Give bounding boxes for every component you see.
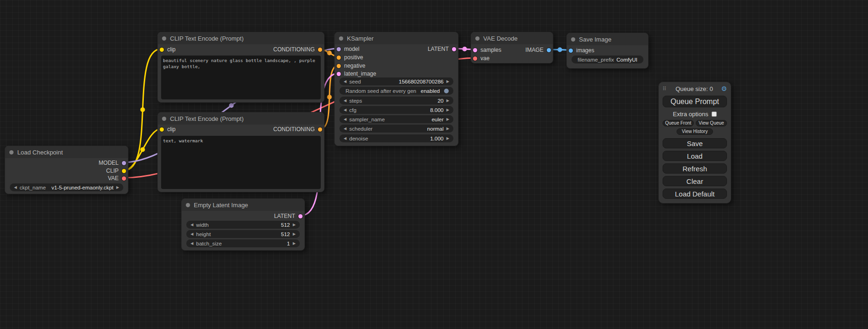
node-title-bar[interactable]: Empty Latent Image (182, 199, 304, 211)
node-title-bar[interactable]: CLIP Text Encode (Prompt) (158, 112, 324, 125)
decrement-arrow-icon[interactable]: ◀ (342, 106, 348, 114)
node-ksampler[interactable]: KSampler model positive negative latent_… (334, 32, 459, 146)
positive-input-dot-icon[interactable] (337, 56, 341, 60)
load-default-button[interactable]: Load Default (663, 189, 727, 199)
input-slot-latent-image[interactable]: latent_image (337, 70, 376, 77)
input-slot-samples[interactable]: samples (473, 47, 501, 53)
increment-arrow-icon[interactable]: ▶ (291, 221, 297, 229)
decrement-arrow-icon[interactable]: ◀ (342, 97, 348, 105)
random-seed-toggle[interactable]: Random seed after every gen enabled (339, 87, 453, 95)
input-slot-model[interactable]: model (337, 46, 360, 52)
input-slot-positive[interactable]: positive (337, 54, 363, 61)
positive-prompt-textarea[interactable]: beautiful scenery nature glass bottle la… (161, 56, 321, 99)
samples-input-dot-icon[interactable] (473, 48, 477, 52)
steps-stepper[interactable]: ◀ steps 20 ▶ (339, 97, 453, 105)
output-slot-conditioning[interactable]: CONDITIONING (273, 126, 322, 133)
extra-options-checkbox[interactable] (712, 112, 717, 117)
node-vae-decode[interactable]: VAE Decode samples vae IMAGE (471, 32, 553, 63)
ckpt-name-combo[interactable]: ◀ ckpt_name v1-5-pruned-emaonly.ckpt ▶ (10, 183, 123, 191)
vae-output-dot-icon[interactable] (122, 176, 126, 181)
height-stepper[interactable]: ◀ height 512 ▶ (186, 230, 300, 238)
batch-size-stepper[interactable]: ◀ batch_size 1 ▶ (186, 239, 300, 247)
increment-arrow-icon[interactable]: ▶ (445, 77, 451, 85)
increment-arrow-icon[interactable]: ▶ (115, 183, 120, 191)
denoise-stepper[interactable]: ◀ denoise 1.000 ▶ (339, 134, 453, 142)
node-title-bar[interactable]: Load Checkpoint (5, 146, 128, 158)
view-queue-button[interactable]: View Queue (696, 120, 727, 126)
output-slot-latent[interactable]: LATENT (428, 46, 456, 52)
settings-gear-icon[interactable]: ⚙ (721, 85, 727, 92)
node-load-checkpoint[interactable]: Load Checkpoint MODEL CLIP VAE ◀ ckpt_na… (5, 146, 128, 194)
output-slot-vae[interactable]: VAE (108, 175, 126, 182)
node-clip-text-encode-positive[interactable]: CLIP Text Encode (Prompt) clip CONDITION… (157, 32, 325, 103)
output-slot-clip[interactable]: CLIP (106, 168, 126, 174)
input-slot-vae[interactable]: vae (473, 55, 489, 62)
toggle-on-indicator-icon[interactable] (444, 89, 449, 93)
latent-output-dot-icon[interactable] (452, 47, 456, 51)
negative-input-dot-icon[interactable] (337, 64, 341, 68)
images-input-dot-icon[interactable] (569, 49, 573, 53)
input-slot-clip[interactable]: clip (160, 46, 176, 53)
increment-arrow-icon[interactable]: ▶ (445, 134, 451, 142)
width-stepper[interactable]: ◀ width 512 ▶ (186, 221, 300, 229)
load-button[interactable]: Load (663, 151, 727, 161)
clip-output-dot-icon[interactable] (122, 169, 126, 173)
input-slot-clip[interactable]: clip (160, 126, 176, 133)
decrement-arrow-icon[interactable]: ◀ (342, 115, 348, 123)
node-title-bar[interactable]: KSampler (335, 32, 458, 44)
increment-arrow-icon[interactable]: ▶ (445, 106, 451, 114)
node-clip-text-encode-negative[interactable]: CLIP Text Encode (Prompt) clip CONDITION… (157, 112, 325, 192)
queue-prompt-button[interactable]: Queue Prompt (663, 96, 727, 107)
model-output-dot-icon[interactable] (122, 161, 126, 165)
collapse-icon[interactable] (186, 203, 190, 207)
filename-prefix-field[interactable]: filename_prefix ComfyUI (572, 56, 643, 63)
sampler-name-combo[interactable]: ◀ sampler_name euler ▶ (339, 115, 453, 123)
increment-arrow-icon[interactable]: ▶ (291, 230, 297, 238)
queue-panel[interactable]: ⠿ Queue size: 0 ⚙ Queue Prompt Extra opt… (658, 82, 731, 203)
collapse-icon[interactable] (571, 37, 575, 42)
input-slot-negative[interactable]: negative (337, 63, 365, 69)
cfg-stepper[interactable]: ◀ cfg 8.000 ▶ (339, 106, 453, 114)
clip-input-dot-icon[interactable] (160, 48, 164, 52)
conditioning-output-dot-icon[interactable] (318, 48, 322, 52)
conditioning-output-dot-icon[interactable] (318, 127, 322, 132)
collapse-icon[interactable] (162, 117, 166, 121)
clip-input-dot-icon[interactable] (160, 127, 164, 132)
collapse-icon[interactable] (339, 36, 343, 41)
output-slot-image[interactable]: IMAGE (525, 47, 551, 53)
increment-arrow-icon[interactable]: ▶ (445, 125, 451, 133)
increment-arrow-icon[interactable]: ▶ (291, 239, 297, 247)
output-slot-model[interactable]: MODEL (99, 160, 126, 166)
decrement-arrow-icon[interactable]: ◀ (189, 239, 195, 247)
collapse-icon[interactable] (475, 36, 480, 41)
decrement-arrow-icon[interactable]: ◀ (342, 125, 348, 133)
increment-arrow-icon[interactable]: ▶ (445, 115, 451, 123)
decrement-arrow-icon[interactable]: ◀ (342, 77, 348, 85)
drag-handle-icon[interactable]: ⠿ (663, 86, 666, 92)
collapse-icon[interactable] (9, 150, 14, 154)
latent-output-dot-icon[interactable] (298, 214, 303, 218)
vae-input-dot-icon[interactable] (473, 56, 477, 61)
view-history-button[interactable]: View History (677, 128, 713, 135)
save-button[interactable]: Save (663, 138, 727, 148)
latent-input-dot-icon[interactable] (337, 72, 341, 76)
decrement-arrow-icon[interactable]: ◀ (189, 221, 195, 229)
node-save-image[interactable]: Save Image images filename_prefix ComfyU… (566, 33, 649, 69)
image-output-dot-icon[interactable] (547, 48, 551, 52)
node-title-bar[interactable]: CLIP Text Encode (Prompt) (158, 32, 324, 44)
model-input-dot-icon[interactable] (337, 47, 341, 51)
output-slot-latent[interactable]: LATENT (274, 213, 303, 219)
negative-prompt-textarea[interactable]: text, watermark (161, 136, 321, 189)
seed-stepper[interactable]: ◀ seed 156680208700286 ▶ (339, 77, 453, 85)
collapse-icon[interactable] (162, 36, 166, 41)
node-title-bar[interactable]: VAE Decode (471, 32, 553, 44)
node-title-bar[interactable]: Save Image (567, 33, 648, 45)
node-empty-latent-image[interactable]: Empty Latent Image LATENT ◀ width 512 ▶ … (181, 198, 305, 251)
node-graph-canvas[interactable]: Load Checkpoint MODEL CLIP VAE ◀ ckpt_na… (0, 0, 868, 329)
output-slot-conditioning[interactable]: CONDITIONING (273, 46, 322, 53)
decrement-arrow-icon[interactable]: ◀ (342, 134, 348, 142)
queue-front-button[interactable]: Queue Front (663, 120, 694, 126)
input-slot-images[interactable]: images (569, 47, 594, 54)
increment-arrow-icon[interactable]: ▶ (445, 97, 451, 105)
clear-button[interactable]: Clear (663, 176, 727, 186)
